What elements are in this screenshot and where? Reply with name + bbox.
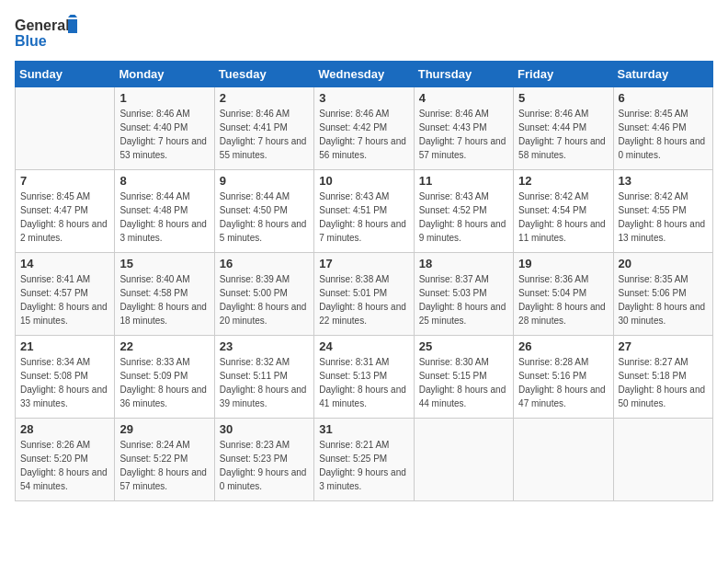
calendar-cell: 25Sunrise: 8:30 AMSunset: 5:15 PMDayligh… [414,336,513,419]
day-info: Sunrise: 8:21 AMSunset: 5:25 PMDaylight:… [319,438,408,493]
calendar-cell [613,419,712,501]
calendar-table: SundayMondayTuesdayWednesdayThursdayFrid… [15,61,713,501]
calendar-cell: 30Sunrise: 8:23 AMSunset: 5:23 PMDayligh… [214,419,313,501]
calendar-cell: 20Sunrise: 8:35 AMSunset: 5:06 PMDayligh… [613,253,712,336]
day-number: 29 [119,422,209,436]
day-number: 14 [20,257,109,270]
day-number: 2 [220,91,309,105]
calendar-cell: 21Sunrise: 8:34 AMSunset: 5:08 PMDayligh… [16,336,115,419]
svg-marker-3 [68,15,77,17]
day-number: 8 [119,174,209,188]
calendar-cell: 22Sunrise: 8:33 AMSunset: 5:09 PMDayligh… [115,336,214,419]
day-number: 7 [20,174,109,188]
day-number: 30 [220,422,309,436]
calendar-cell: 27Sunrise: 8:27 AMSunset: 5:18 PMDayligh… [613,336,712,419]
day-info: Sunrise: 8:32 AMSunset: 5:11 PMDaylight:… [220,355,309,410]
calendar-cell: 24Sunrise: 8:31 AMSunset: 5:13 PMDayligh… [314,336,414,419]
day-info: Sunrise: 8:43 AMSunset: 4:52 PMDaylight:… [419,190,508,245]
week-row-5: 28Sunrise: 8:26 AMSunset: 5:20 PMDayligh… [16,419,713,501]
day-info: Sunrise: 8:44 AMSunset: 4:48 PMDaylight:… [119,190,209,245]
day-header-thursday: Thursday [414,62,513,87]
day-info: Sunrise: 8:42 AMSunset: 4:55 PMDaylight:… [619,190,708,245]
day-number: 6 [619,91,708,105]
calendar-cell: 26Sunrise: 8:28 AMSunset: 5:16 PMDayligh… [514,336,613,419]
page-header: GeneralBlue [15,15,713,52]
day-number: 11 [419,174,508,188]
day-info: Sunrise: 8:42 AMSunset: 4:54 PMDaylight:… [518,190,608,245]
week-row-2: 7Sunrise: 8:45 AMSunset: 4:47 PMDaylight… [16,170,713,253]
calendar-cell: 5Sunrise: 8:46 AMSunset: 4:44 PMDaylight… [514,87,613,170]
day-number: 18 [419,257,508,270]
svg-text:Blue: Blue [15,33,47,49]
day-info: Sunrise: 8:34 AMSunset: 5:08 PMDaylight:… [20,355,109,410]
day-info: Sunrise: 8:46 AMSunset: 4:41 PMDaylight:… [220,107,309,162]
day-number: 23 [220,339,309,353]
day-number: 1 [119,91,209,105]
day-number: 22 [119,339,209,353]
calendar-cell: 29Sunrise: 8:24 AMSunset: 5:22 PMDayligh… [115,419,214,501]
day-info: Sunrise: 8:31 AMSunset: 5:13 PMDaylight:… [319,355,408,410]
day-info: Sunrise: 8:23 AMSunset: 5:23 PMDaylight:… [220,438,309,493]
day-info: Sunrise: 8:36 AMSunset: 5:04 PMDaylight:… [518,272,608,327]
calendar-cell: 23Sunrise: 8:32 AMSunset: 5:11 PMDayligh… [214,336,313,419]
day-info: Sunrise: 8:30 AMSunset: 5:15 PMDaylight:… [419,355,508,410]
day-info: Sunrise: 8:35 AMSunset: 5:06 PMDaylight:… [619,272,708,327]
day-info: Sunrise: 8:46 AMSunset: 4:44 PMDaylight:… [518,107,608,162]
svg-text:General: General [15,17,70,33]
week-row-3: 14Sunrise: 8:41 AMSunset: 4:57 PMDayligh… [16,253,713,336]
header-row: SundayMondayTuesdayWednesdayThursdayFrid… [16,62,713,87]
calendar-cell [414,419,513,501]
calendar-cell: 12Sunrise: 8:42 AMSunset: 4:54 PMDayligh… [514,170,613,253]
day-number: 5 [518,91,608,105]
calendar-cell: 18Sunrise: 8:37 AMSunset: 5:03 PMDayligh… [414,253,513,336]
calendar-cell: 14Sunrise: 8:41 AMSunset: 4:57 PMDayligh… [16,253,115,336]
calendar-cell: 3Sunrise: 8:46 AMSunset: 4:42 PMDaylight… [314,87,414,170]
day-info: Sunrise: 8:44 AMSunset: 4:50 PMDaylight:… [220,190,309,245]
calendar-cell: 17Sunrise: 8:38 AMSunset: 5:01 PMDayligh… [314,253,414,336]
calendar-cell: 1Sunrise: 8:46 AMSunset: 4:40 PMDaylight… [115,87,214,170]
calendar-cell: 8Sunrise: 8:44 AMSunset: 4:48 PMDaylight… [115,170,214,253]
calendar-cell: 28Sunrise: 8:26 AMSunset: 5:20 PMDayligh… [16,419,115,501]
svg-marker-2 [68,19,77,33]
day-number: 4 [419,91,508,105]
day-info: Sunrise: 8:28 AMSunset: 5:16 PMDaylight:… [518,355,608,410]
day-number: 15 [119,257,209,270]
day-info: Sunrise: 8:46 AMSunset: 4:40 PMDaylight:… [119,107,209,162]
calendar-cell: 4Sunrise: 8:46 AMSunset: 4:43 PMDaylight… [414,87,513,170]
day-header-friday: Friday [514,62,613,87]
day-info: Sunrise: 8:45 AMSunset: 4:47 PMDaylight:… [20,190,109,245]
week-row-1: 1Sunrise: 8:46 AMSunset: 4:40 PMDaylight… [16,87,713,170]
day-header-monday: Monday [115,62,214,87]
day-info: Sunrise: 8:43 AMSunset: 4:51 PMDaylight:… [319,190,408,245]
day-info: Sunrise: 8:40 AMSunset: 4:58 PMDaylight:… [119,272,209,327]
day-header-wednesday: Wednesday [314,62,414,87]
calendar-cell [514,419,613,501]
calendar-cell [16,87,115,170]
day-number: 17 [319,257,408,270]
day-info: Sunrise: 8:37 AMSunset: 5:03 PMDaylight:… [419,272,508,327]
calendar-cell: 15Sunrise: 8:40 AMSunset: 4:58 PMDayligh… [115,253,214,336]
day-number: 10 [319,174,408,188]
day-info: Sunrise: 8:46 AMSunset: 4:43 PMDaylight:… [419,107,508,162]
day-number: 27 [619,339,708,353]
calendar-cell: 16Sunrise: 8:39 AMSunset: 5:00 PMDayligh… [214,253,313,336]
day-number: 28 [20,422,109,436]
day-header-tuesday: Tuesday [214,62,313,87]
day-info: Sunrise: 8:39 AMSunset: 5:00 PMDaylight:… [220,272,309,327]
calendar-cell: 31Sunrise: 8:21 AMSunset: 5:25 PMDayligh… [314,419,414,501]
calendar-cell: 19Sunrise: 8:36 AMSunset: 5:04 PMDayligh… [514,253,613,336]
calendar-cell: 7Sunrise: 8:45 AMSunset: 4:47 PMDaylight… [16,170,115,253]
logo-svg: GeneralBlue [15,15,79,52]
day-header-sunday: Sunday [16,62,115,87]
day-info: Sunrise: 8:41 AMSunset: 4:57 PMDaylight:… [20,272,109,327]
day-info: Sunrise: 8:45 AMSunset: 4:46 PMDaylight:… [619,107,708,162]
calendar-cell: 11Sunrise: 8:43 AMSunset: 4:52 PMDayligh… [414,170,513,253]
day-number: 16 [220,257,309,270]
day-number: 13 [619,174,708,188]
day-number: 3 [319,91,408,105]
day-info: Sunrise: 8:33 AMSunset: 5:09 PMDaylight:… [119,355,209,410]
day-number: 12 [518,174,608,188]
day-number: 9 [220,174,309,188]
calendar-cell: 6Sunrise: 8:45 AMSunset: 4:46 PMDaylight… [613,87,712,170]
day-info: Sunrise: 8:24 AMSunset: 5:22 PMDaylight:… [119,438,209,493]
